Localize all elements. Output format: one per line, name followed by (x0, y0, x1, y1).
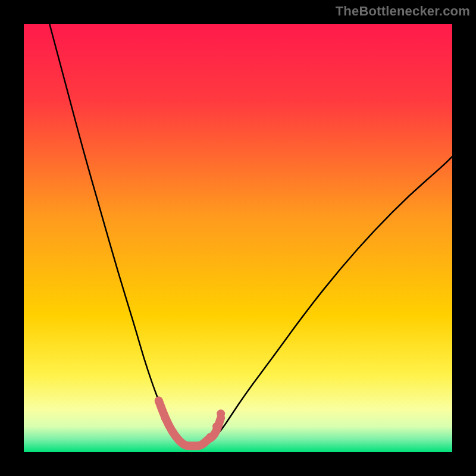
chart-canvas: TheBottlenecker.com (0, 0, 476, 476)
bottleneck-marker (161, 414, 170, 422)
bottleneck-marker (155, 397, 163, 405)
bottleneck-marker (212, 422, 221, 431)
gradient-background (24, 24, 452, 452)
chart-svg (24, 24, 452, 452)
bottleneck-marker (206, 433, 214, 441)
watermark-text: TheBottlenecker.com (336, 4, 470, 19)
bottleneck-marker (217, 409, 225, 418)
